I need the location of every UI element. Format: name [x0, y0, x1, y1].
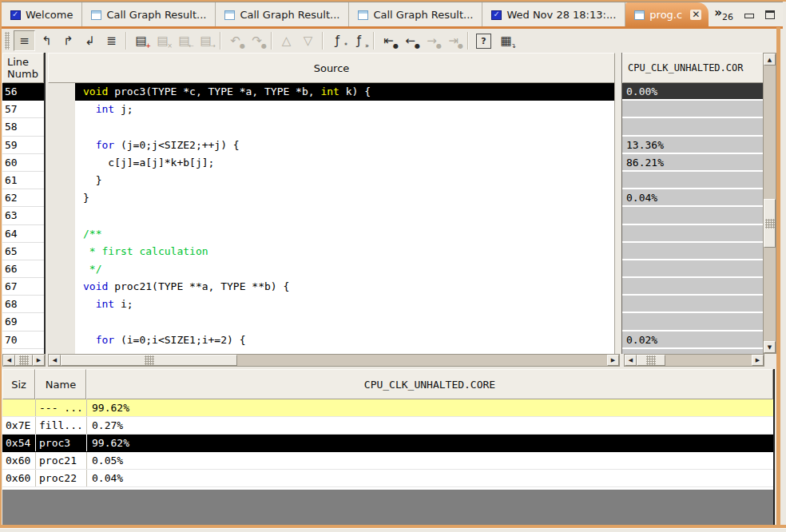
tab-call-graph-result-[interactable]: Call Graph Result...: [216, 2, 349, 27]
line-number[interactable]: 58: [2, 118, 44, 136]
event-value-cell[interactable]: [622, 296, 764, 313]
asm-only-view-icon[interactable]: ↱: [58, 31, 78, 50]
minimize-icon[interactable]: [744, 14, 754, 18]
tab-call-graph-result-[interactable]: Call Graph Result...: [82, 2, 216, 27]
vertical-scroll-track[interactable]: [764, 66, 776, 341]
line-number[interactable]: 66: [2, 260, 44, 278]
source-line[interactable]: for (i=0;i<SIZE1;i+=2) {: [48, 332, 614, 349]
event-value-cell[interactable]: [622, 243, 764, 260]
table-row[interactable]: 0x54proc399.62%: [2, 435, 773, 452]
event-value-cell[interactable]: 0.02%: [622, 332, 764, 349]
tab-welcome[interactable]: Welcome: [2, 2, 82, 27]
event-value-cell[interactable]: [622, 260, 764, 278]
source-header[interactable]: Source: [48, 53, 615, 83]
source-line[interactable]: [48, 207, 614, 224]
source-line[interactable]: /**: [48, 225, 614, 243]
tab-prog-c[interactable]: prog.c✕: [625, 2, 709, 27]
event-value-cell[interactable]: [622, 313, 764, 331]
source-line[interactable]: void proc3(TYPE *c, TYPE *a, TYPE *b, in…: [48, 83, 614, 101]
mixed-view-icon[interactable]: ↲: [80, 31, 100, 50]
event-value-cell[interactable]: [622, 101, 764, 118]
scroll-right-icon[interactable]: ▶: [33, 355, 45, 366]
source-line[interactable]: c[j]=a[j]*k+b[j];: [48, 154, 614, 172]
hscroll-thumb[interactable]: [637, 355, 665, 366]
event-value-cell[interactable]: 86.21%: [622, 154, 764, 172]
activity-grid-icon[interactable]: ▦↴: [496, 31, 516, 50]
name-column-header[interactable]: Name: [35, 369, 86, 399]
event-value-cell[interactable]: 13.36%: [622, 137, 764, 154]
scroll-right-icon[interactable]: ▶: [607, 355, 619, 366]
scroll-left-icon[interactable]: ◀: [625, 355, 637, 366]
size-column-header[interactable]: Siz: [2, 369, 35, 399]
line-number[interactable]: 69: [2, 313, 44, 331]
line-number[interactable]: 60: [2, 154, 44, 172]
table-row[interactable]: --- ...99.62%: [2, 399, 773, 417]
hscroll-thumb[interactable]: [61, 355, 237, 366]
source-line[interactable]: */: [48, 260, 614, 278]
next-event-icon[interactable]: →●: [422, 31, 442, 50]
line-number[interactable]: 70: [2, 332, 44, 349]
close-icon[interactable]: ✕: [690, 10, 701, 20]
line-number[interactable]: 61: [2, 172, 44, 189]
next-bookmark-icon[interactable]: ▤→: [196, 31, 216, 50]
tab-wed-nov-28-18-13-[interactable]: Wed Nov 28 18:13:...: [482, 2, 625, 27]
line-number[interactable]: 56: [2, 83, 44, 101]
forward-icon[interactable]: ↷●: [247, 31, 267, 50]
source-line[interactable]: [48, 313, 614, 331]
event-value-cell[interactable]: 0.00%: [622, 83, 764, 101]
line-number[interactable]: 62: [2, 189, 44, 207]
scroll-down-icon[interactable]: ▼: [764, 341, 776, 353]
source-line[interactable]: void proc21(TYPE **a, TYPE **b) {: [48, 278, 614, 296]
hscroll-track[interactable]: [237, 355, 607, 366]
event-value-cell[interactable]: [622, 172, 764, 189]
event-value-cell[interactable]: [622, 278, 764, 296]
source-line[interactable]: for (j=0;j<SIZE2;++j) {: [48, 137, 614, 154]
next-hotspot-icon[interactable]: ▽: [298, 31, 318, 50]
line-number[interactable]: 64: [2, 225, 44, 243]
add-bookmark-icon[interactable]: ▤+: [131, 31, 151, 50]
event-column-header[interactable]: CPU_CLK_UNHALTED.COR: [622, 53, 764, 83]
table-row[interactable]: 0x60proc210.05%: [2, 452, 773, 470]
source-line[interactable]: int i;: [48, 296, 614, 313]
tab-call-graph-result-[interactable]: Call Graph Result...: [349, 2, 482, 27]
hscroll-thumb[interactable]: [15, 355, 33, 366]
event-value-cell[interactable]: [622, 207, 764, 224]
view-function-icon[interactable]: ƒ»: [349, 31, 369, 50]
source-line[interactable]: }: [48, 172, 614, 189]
event-value-cell[interactable]: [622, 118, 764, 136]
source-line[interactable]: * first calculation: [48, 243, 614, 260]
view-menu-icon[interactable]: ≡: [14, 30, 35, 51]
line-number[interactable]: 67: [2, 278, 44, 296]
last-event-icon[interactable]: ⇥●: [443, 31, 463, 50]
event-column-hscrollbar[interactable]: ◀ ▶: [624, 354, 764, 367]
asm-lines-icon[interactable]: ≣: [101, 31, 121, 50]
vertical-scroll-thumb[interactable]: [764, 199, 776, 248]
edit-function-icon[interactable]: ƒ*: [328, 31, 347, 50]
source-line[interactable]: int j;: [48, 101, 614, 118]
table-row[interactable]: 0x60proc220.04%: [2, 470, 773, 487]
source-hscrollbar[interactable]: ◀ ▶: [48, 354, 620, 367]
maximize-icon[interactable]: [765, 10, 775, 19]
line-number-header[interactable]: Line Numb: [2, 53, 44, 83]
event-total-column-header[interactable]: CPU_CLK_UNHALTED.CORE: [86, 369, 773, 399]
event-value-cell[interactable]: 0.04%: [622, 189, 764, 207]
hscroll-track[interactable]: [665, 355, 752, 366]
first-event-icon[interactable]: ⇤●: [379, 31, 399, 50]
line-number[interactable]: 57: [2, 101, 44, 118]
line-number[interactable]: 59: [2, 137, 44, 154]
source-vertical-scrollbar[interactable]: ▲ ▼: [763, 53, 776, 354]
help-icon[interactable]: ?: [476, 34, 491, 49]
scroll-left-icon[interactable]: ◀: [49, 355, 61, 366]
line-number[interactable]: 63: [2, 207, 44, 224]
scroll-up-icon[interactable]: ▲: [764, 54, 776, 66]
line-number[interactable]: 68: [2, 296, 44, 313]
prev-event-icon[interactable]: ←●: [400, 31, 420, 50]
table-row[interactable]: 0x7Efill...0.27%: [2, 417, 773, 435]
scroll-right-icon[interactable]: ▶: [752, 355, 764, 366]
tab-overflow-button[interactable]: » 26: [714, 8, 733, 22]
prev-bookmark-icon[interactable]: ▤←: [174, 31, 194, 50]
back-icon[interactable]: ↶●: [225, 31, 245, 50]
prev-hotspot-icon[interactable]: △: [276, 31, 296, 50]
source-line[interactable]: }: [48, 189, 614, 207]
remove-bookmark-icon[interactable]: ▤×: [153, 31, 173, 50]
